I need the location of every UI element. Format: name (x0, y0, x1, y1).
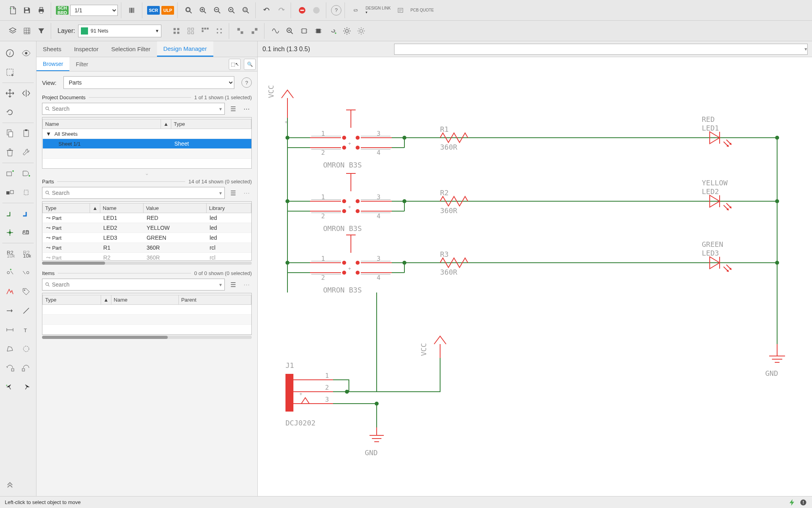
split-tool[interactable] (3, 380, 17, 394)
items-list-icon[interactable]: ☰ (228, 279, 238, 290)
circle-tool[interactable] (19, 342, 33, 356)
view-select[interactable]: Parts (63, 76, 234, 89)
link-add-icon[interactable] (326, 25, 339, 37)
inspect-icon[interactable] (283, 25, 296, 37)
zoom-mode-icon[interactable]: 🔍 (244, 59, 256, 70)
docs-list-icon[interactable]: ☰ (228, 104, 238, 114)
save-button[interactable] (21, 4, 33, 17)
sine-icon[interactable] (269, 25, 282, 37)
help-button[interactable]: ? (331, 5, 341, 15)
arc2-tool[interactable] (19, 361, 33, 375)
redo-button[interactable] (275, 4, 287, 17)
zoom-select-button[interactable] (225, 4, 238, 17)
items-search-input[interactable] (52, 281, 218, 288)
docs-search[interactable]: ▾ (42, 103, 225, 115)
gate-swap-tool[interactable] (19, 185, 33, 200)
polygon-tool[interactable] (3, 342, 17, 356)
new-file-button[interactable] (6, 4, 19, 17)
tab-inspector[interactable]: Inspector (68, 41, 105, 57)
table-row[interactable]: ⤳ PartLED3GREENled (43, 233, 251, 243)
marquee-tool[interactable] (3, 65, 17, 79)
sch-brd-button[interactable]: SCHBRD (56, 4, 69, 17)
junction-tool[interactable] (3, 225, 17, 240)
chip-icon2[interactable] (312, 25, 325, 37)
go-button[interactable] (310, 4, 323, 17)
sub-browser[interactable]: Browser (36, 57, 69, 71)
table-row[interactable]: Sheet 1/1Sheet (43, 139, 251, 149)
grid-alt2[interactable] (248, 25, 261, 37)
items-search[interactable]: ▾ (42, 279, 225, 291)
command-input[interactable] (394, 44, 808, 55)
gear-icon1[interactable] (341, 25, 353, 37)
expand-tools[interactable] (3, 477, 17, 491)
net-tool[interactable] (3, 206, 17, 221)
grid-dots1[interactable] (170, 25, 183, 37)
table-row[interactable]: ⤳ PartLED1REDled (43, 213, 251, 223)
pcb-quote-label[interactable]: PCB QUOTE (408, 8, 436, 12)
docs-search-input[interactable] (52, 106, 218, 112)
miter-tool[interactable] (19, 380, 33, 394)
zoom-out-button[interactable] (211, 4, 224, 17)
add-gate-tool[interactable] (19, 166, 33, 181)
sub-filter[interactable]: Filter (69, 57, 94, 71)
view-help[interactable]: ? (241, 77, 252, 88)
zoom-in-button[interactable] (197, 4, 209, 17)
grid-dots4[interactable] (213, 25, 226, 37)
dimension-tool[interactable] (3, 323, 17, 337)
docs-more-icon[interactable]: ⋯ (241, 104, 252, 114)
value-tool[interactable]: R210k (19, 246, 33, 261)
move-tool[interactable] (3, 86, 17, 100)
tab-sheets[interactable]: Sheets (36, 41, 68, 57)
grid-alt1[interactable] (234, 25, 247, 37)
pinswap-tool[interactable] (3, 304, 17, 318)
add-part-tool[interactable] (3, 166, 17, 181)
table-row[interactable]: ⤳ PartR1360Rrcl (43, 243, 251, 253)
arc-tool[interactable] (3, 361, 17, 375)
tab-design-manager[interactable]: Design Manager (157, 41, 213, 57)
items-more-icon[interactable]: ⋯ (241, 279, 252, 290)
erc-tool[interactable] (3, 285, 17, 299)
line-tool[interactable] (19, 304, 33, 318)
info-tool[interactable]: i (3, 46, 17, 60)
print-button[interactable] (35, 4, 48, 17)
rotate-tool[interactable] (3, 105, 17, 119)
col-name[interactable]: Name (43, 119, 161, 129)
wrench-tool[interactable] (19, 145, 33, 160)
zoom-redraw-button[interactable] (239, 4, 252, 17)
copy-tool[interactable] (3, 126, 17, 140)
tab-selection-filter[interactable]: Selection Filter (105, 41, 157, 57)
chip-icon1[interactable] (298, 25, 310, 37)
pcb-quote-button[interactable] (395, 7, 406, 14)
col-type[interactable]: Type (171, 119, 251, 129)
table-row[interactable]: ▼ All Sheets (43, 129, 251, 139)
library-button[interactable] (126, 4, 139, 17)
gear-icon2[interactable] (355, 25, 368, 37)
sheet-select[interactable]: 1/1 (70, 5, 118, 16)
schematic-canvas[interactable]: VCC + + 1 2 3 4 OMRON B3S R1 360R R (258, 57, 812, 496)
grid-dots3[interactable] (199, 25, 211, 37)
select-mode-icon[interactable]: ⬚↖ (229, 59, 241, 70)
layers-toggle-button[interactable] (6, 25, 19, 37)
smash1-tool[interactable] (3, 266, 17, 280)
scr-button[interactable]: SCR (147, 4, 160, 17)
tag-tool[interactable] (19, 285, 33, 299)
grid-button[interactable] (21, 25, 33, 37)
stop-button[interactable] (296, 4, 308, 17)
zoom-fit-button[interactable] (182, 4, 195, 17)
parts-more-icon[interactable]: ⋯ (241, 188, 252, 198)
show-tool[interactable] (19, 46, 33, 60)
undo-button[interactable] (260, 4, 273, 17)
design-link-button[interactable] (350, 7, 362, 14)
text-tool[interactable]: T (19, 323, 33, 337)
design-link-label[interactable]: DESIGN LINK▾ (363, 6, 393, 14)
grid-dots2[interactable] (184, 25, 197, 37)
mirror-tool[interactable] (19, 86, 33, 100)
table-row[interactable]: ⤳ PartR2360Rrcl (43, 253, 251, 261)
label-tool[interactable]: AB (19, 225, 33, 240)
table-row[interactable]: ⤳ PartLED2YELLOWled (43, 223, 251, 233)
bus-tool[interactable] (19, 206, 33, 221)
paste-tool[interactable] (19, 126, 33, 140)
parts-list-icon[interactable]: ☰ (228, 188, 238, 198)
smash2-tool[interactable] (19, 266, 33, 280)
replace-tool[interactable] (3, 185, 17, 200)
